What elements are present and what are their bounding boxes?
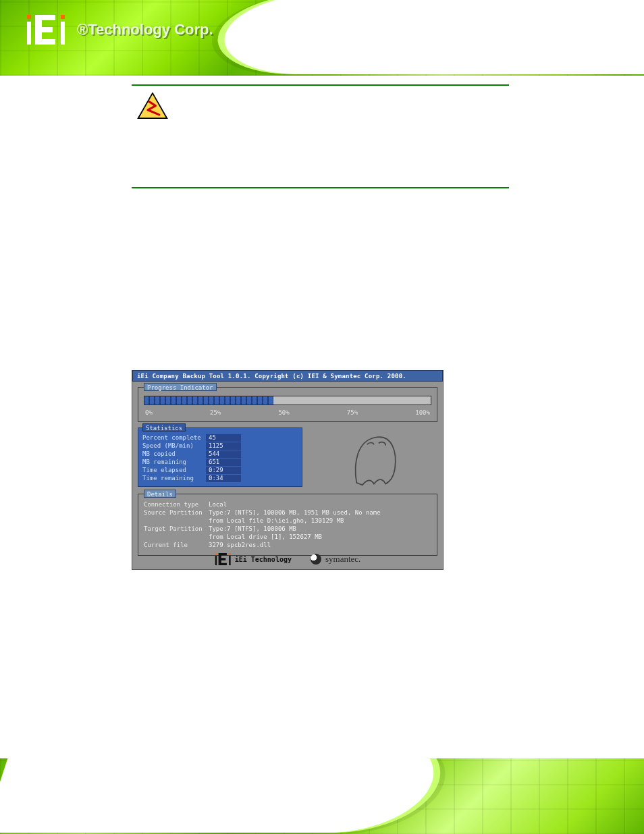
svg-marker-5 [138, 93, 167, 118]
stat-label: MB remaining [142, 459, 203, 465]
progress-tick-50: 50% [278, 409, 289, 416]
progress-tick-0: 0% [145, 409, 153, 416]
detail-connection: Connection type Local [144, 501, 431, 509]
detail-label: Target Partition [144, 525, 209, 533]
stat-value: 1125 [206, 442, 241, 450]
section-divider [132, 187, 509, 188]
svg-rect-3 [61, 15, 65, 19]
svg-rect-0 [27, 15, 31, 19]
svg-rect-7 [215, 556, 216, 565]
detail-value: from Local drive [1], 152627 MB [209, 533, 322, 542]
footer-swoosh [0, 758, 448, 833]
stat-value: 0:29 [206, 467, 241, 474]
symantec-logo: symantec. [311, 554, 360, 565]
footer-banner [0, 758, 644, 834]
detail-value: 3279 spcb2res.dll [209, 542, 271, 550]
stat-mb-copied: MB copied 544 [142, 450, 298, 458]
iei-mini-text: iEi Technology [235, 556, 292, 563]
stat-percent-complete: Percent complete 45 [142, 434, 298, 442]
iei-logo: ®Technology Corp. [27, 15, 213, 45]
detail-label: Current file [144, 542, 209, 550]
stat-value: 651 [206, 459, 241, 466]
details-group: Details Connection type Local Source Par… [138, 494, 437, 556]
stat-label: Time elapsed [142, 467, 203, 473]
progress-tick-25: 25% [210, 409, 221, 416]
detail-target-line2: from Local drive [1], 152627 MB [144, 533, 431, 542]
warning-icon [137, 93, 168, 120]
stat-value: 45 [206, 434, 241, 442]
stat-value: 544 [206, 450, 241, 458]
progress-tick-75: 75% [347, 409, 358, 416]
svg-rect-6 [215, 553, 216, 554]
svg-rect-10 [229, 556, 230, 565]
backup-tool-window: iEi Company Backup Tool 1.0.1. Copyright… [132, 370, 444, 570]
header-swoosh [213, 0, 644, 74]
progress-bar [144, 396, 431, 405]
progress-fill [144, 396, 273, 405]
iei-logo-mark [27, 15, 68, 45]
detail-current-file: Current file 3279 spcb2res.dll [144, 542, 431, 550]
header-banner: ®Technology Corp. [0, 0, 644, 76]
detail-label-blank [144, 533, 209, 542]
stat-label: Time remaining [142, 475, 203, 481]
detail-label: Connection type [144, 501, 209, 509]
detail-value: from Local file D:\iei.gho, 130129 MB [209, 517, 344, 525]
iei-logo-text: ®Technology Corp. [77, 21, 213, 38]
stat-value: 0:34 [206, 475, 241, 482]
detail-value: Type:7 [NTFS], 100006 MB [209, 525, 296, 533]
warning-callout [132, 86, 509, 187]
detail-source: Source Partition Type:7 [NTFS], 100006 M… [144, 509, 431, 517]
statistics-group: Statistics Percent complete 45 Speed (MB… [138, 427, 302, 487]
backup-tool-titlebar: iEi Company Backup Tool 1.0.1. Copyright… [132, 370, 443, 382]
stat-speed: Speed (MB/min) 1125 [142, 442, 298, 450]
stat-label: Speed (MB/min) [142, 442, 203, 449]
svg-marker-2 [35, 15, 55, 45]
ghost-mascot-icon [311, 427, 437, 487]
progress-label: Progress Indicator [144, 383, 217, 391]
svg-marker-8 [218, 553, 226, 565]
stat-label: MB copied [142, 450, 203, 457]
stat-time-elapsed: Time elapsed 0:29 [142, 466, 298, 474]
symantec-text: symantec. [325, 554, 360, 565]
svg-rect-4 [61, 22, 65, 45]
document-body [132, 84, 509, 188]
detail-label-blank [144, 517, 209, 525]
progress-group: Progress Indicator 0% 25% 50% 75% 100% [138, 387, 437, 422]
detail-value: Local [209, 501, 227, 509]
symantec-mark-icon [311, 554, 321, 565]
stat-label: Percent complete [142, 434, 203, 441]
statistics-label: Statistics [142, 423, 186, 432]
progress-ticks: 0% 25% 50% 75% 100% [144, 405, 431, 416]
iei-mini-logo: iEi Technology [215, 553, 292, 565]
stat-mb-remaining: MB remaining 651 [142, 458, 298, 466]
progress-tick-100: 100% [415, 409, 430, 416]
detail-target: Target Partition Type:7 [NTFS], 100006 M… [144, 525, 431, 533]
stat-time-remaining: Time remaining 0:34 [142, 474, 298, 482]
backup-tool-footer: iEi Technology symantec. [132, 553, 443, 565]
detail-label: Source Partition [144, 509, 209, 517]
details-label: Details [144, 490, 176, 498]
svg-rect-1 [27, 22, 31, 45]
detail-source-line2: from Local file D:\iei.gho, 130129 MB [144, 517, 431, 525]
svg-rect-9 [229, 553, 230, 554]
detail-value: Type:7 [NTFS], 100006 MB, 1951 MB used, … [209, 509, 381, 517]
